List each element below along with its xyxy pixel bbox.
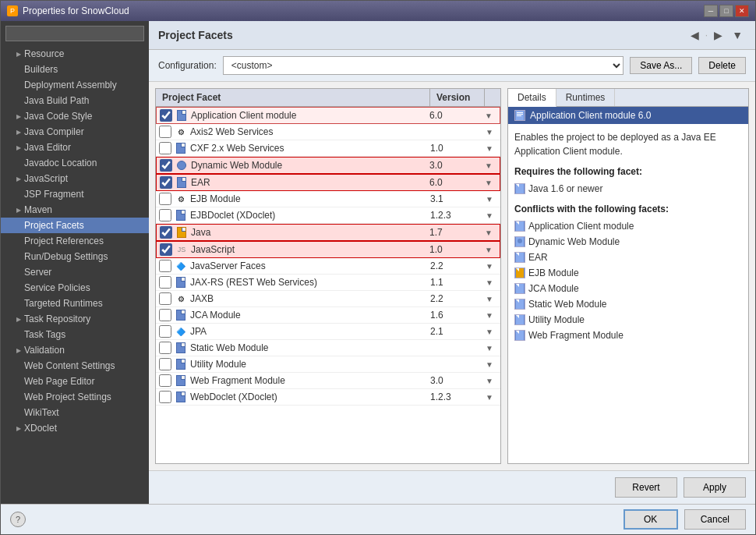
- sidebar-search-input[interactable]: [5, 26, 144, 41]
- sidebar: ▶ Resource Builders Deployment Assembly …: [1, 21, 149, 504]
- facet-row-jsf[interactable]: 🔷 JavaServer Faces 2.2 ▼: [156, 258, 500, 275]
- sidebar-item-server[interactable]: Server: [1, 264, 149, 280]
- facet-checkbox-javascript[interactable]: [160, 243, 172, 256]
- sidebar-item-java-build-path[interactable]: Java Build Path: [1, 93, 149, 108]
- sidebar-item-service-policies[interactable]: Service Policies: [1, 280, 149, 296]
- forward-button[interactable]: ▶: [711, 27, 726, 43]
- sidebar-item-deployment-assembly[interactable]: Deployment Assembly: [1, 77, 149, 93]
- facet-checkbox-dynamic-web[interactable]: [160, 159, 172, 172]
- sidebar-item-web-page-editor[interactable]: Web Page Editor: [1, 374, 149, 389]
- facet-expand-axis2[interactable]: ▼: [482, 128, 497, 136]
- revert-button[interactable]: Revert: [615, 477, 677, 498]
- facet-expand-utility[interactable]: ▼: [482, 360, 497, 369]
- sidebar-item-web-content-settings[interactable]: Web Content Settings: [1, 358, 149, 374]
- facet-expand-static-web[interactable]: ▼: [482, 344, 497, 353]
- sidebar-item-project-references[interactable]: Project References: [1, 233, 149, 249]
- save-as-button[interactable]: Save As...: [630, 57, 692, 74]
- facet-expand-ejbdoclet[interactable]: ▼: [482, 211, 497, 220]
- cancel-button[interactable]: Cancel: [684, 509, 746, 530]
- facet-expand-dynamic-web[interactable]: ▼: [481, 161, 496, 170]
- facet-expand-java[interactable]: ▼: [481, 229, 496, 237]
- facet-row-cxf[interactable]: CXF 2.x Web Services 1.0 ▼: [156, 140, 500, 157]
- facet-checkbox-cxf[interactable]: [159, 142, 171, 154]
- facet-checkbox-jpa[interactable]: [159, 325, 171, 338]
- minimize-button[interactable]: ─: [704, 5, 718, 17]
- sidebar-item-java-compiler[interactable]: ▶ Java Compiler: [1, 124, 149, 140]
- facet-expand-jaxb[interactable]: ▼: [482, 295, 497, 303]
- help-button[interactable]: ?: [10, 512, 26, 527]
- facet-expand-jca[interactable]: ▼: [482, 311, 497, 320]
- facet-row-ejb[interactable]: ⚙ EJB Module 3.1 ▼: [156, 191, 500, 207]
- facet-expand-cxf[interactable]: ▼: [482, 144, 497, 153]
- facet-checkbox-ear[interactable]: [160, 176, 172, 189]
- facet-expand-application-client[interactable]: ▼: [481, 112, 496, 120]
- sidebar-item-java-editor[interactable]: ▶ Java Editor: [1, 140, 149, 155]
- sidebar-item-maven[interactable]: ▶ Maven: [1, 202, 149, 218]
- sidebar-item-run-debug-settings[interactable]: Run/Debug Settings: [1, 249, 149, 264]
- facet-row-axis2[interactable]: ⚙ Axis2 Web Services ▼: [156, 124, 500, 140]
- facet-row-dynamic-web[interactable]: Dynamic Web Module 3.0 ▼: [156, 157, 500, 174]
- facet-row-java[interactable]: Java 1.7 ▼: [156, 224, 500, 241]
- facet-checkbox-static-web[interactable]: [159, 342, 171, 354]
- facet-row-jca[interactable]: JCA Module 1.6 ▼: [156, 307, 500, 324]
- sidebar-item-wikitext[interactable]: WikiText: [1, 405, 149, 420]
- apply-button[interactable]: Apply: [684, 477, 746, 498]
- ok-button[interactable]: OK: [624, 509, 678, 530]
- sidebar-item-java-code-style[interactable]: ▶ Java Code Style: [1, 108, 149, 124]
- facet-row-jaxrs[interactable]: JAX-RS (REST Web Services) 1.1 ▼: [156, 275, 500, 291]
- sidebar-item-javascript[interactable]: ▶ JavaScript: [1, 171, 149, 186]
- facet-expand-webdoclet[interactable]: ▼: [482, 393, 497, 402]
- back-button[interactable]: ◀: [687, 27, 702, 43]
- facet-row-ear[interactable]: EAR 6.0 ▼: [156, 174, 500, 191]
- facet-row-javascript[interactable]: JS JavaScript 1.0 ▼: [156, 241, 500, 258]
- facet-expand-jsf[interactable]: ▼: [482, 262, 497, 271]
- facet-checkbox-ejbdoclet[interactable]: [159, 209, 171, 221]
- facet-row-application-client[interactable]: Application Client module 6.0 ▼: [156, 107, 500, 124]
- tab-runtimes[interactable]: Runtimes: [556, 89, 616, 106]
- facet-checkbox-webdoclet[interactable]: [159, 391, 171, 403]
- facet-expand-ear[interactable]: ▼: [481, 179, 496, 187]
- facet-row-jaxb[interactable]: ⚙ JAXB 2.2 ▼: [156, 291, 500, 307]
- facet-expand-javascript[interactable]: ▼: [481, 246, 496, 254]
- facet-row-utility[interactable]: Utility Module ▼: [156, 356, 500, 373]
- facet-expand-ejb[interactable]: ▼: [482, 195, 497, 204]
- sidebar-item-validation[interactable]: ▶ Validation: [1, 342, 149, 358]
- facet-checkbox-web-fragment[interactable]: [159, 374, 171, 387]
- maximize-button[interactable]: □: [719, 5, 733, 17]
- tab-details[interactable]: Details: [508, 89, 556, 107]
- sidebar-item-builders[interactable]: Builders: [1, 62, 149, 77]
- facet-checkbox-java[interactable]: [160, 226, 172, 239]
- facet-checkbox-ejb[interactable]: [159, 193, 171, 205]
- sidebar-item-targeted-runtimes[interactable]: Targeted Runtimes: [1, 296, 149, 311]
- sidebar-item-resource[interactable]: ▶ Resource: [1, 46, 149, 62]
- facet-row-jpa[interactable]: 🔷 JPA 2.1 ▼: [156, 324, 500, 340]
- facet-row-static-web[interactable]: Static Web Module ▼: [156, 340, 500, 356]
- facet-expand-jaxrs[interactable]: ▼: [482, 278, 497, 287]
- facet-checkbox-jca[interactable]: [159, 309, 171, 321]
- sidebar-item-jsp-fragment[interactable]: JSP Fragment: [1, 186, 149, 202]
- facet-checkbox-jaxb[interactable]: [159, 292, 171, 305]
- facet-row-web-fragment[interactable]: Web Fragment Module 3.0 ▼: [156, 373, 500, 389]
- details-requires-section: Requires the following facet: Java 1.6 o…: [514, 165, 742, 196]
- facet-icon-webdoclet: [175, 391, 187, 403]
- sidebar-item-javadoc-location[interactable]: Javadoc Location: [1, 155, 149, 171]
- config-select[interactable]: <custom>: [223, 56, 624, 75]
- close-button[interactable]: ✕: [735, 5, 749, 17]
- facet-checkbox-jsf[interactable]: [159, 260, 171, 272]
- facet-row-webdoclet[interactable]: WebDoclet (XDoclet) 1.2.3 ▼: [156, 389, 500, 406]
- sidebar-item-xdoclet[interactable]: ▶ XDoclet: [1, 420, 149, 436]
- facet-row-ejbdoclet[interactable]: EJBDoclet (XDoclet) 1.2.3 ▼: [156, 207, 500, 224]
- sidebar-item-web-project-settings[interactable]: Web Project Settings: [1, 389, 149, 405]
- sidebar-item-task-repository[interactable]: ▶ Task Repository: [1, 311, 149, 327]
- facet-checkbox-utility[interactable]: [159, 358, 171, 370]
- sidebar-item-task-tags[interactable]: Task Tags: [1, 327, 149, 342]
- facet-expand-jpa[interactable]: ▼: [482, 328, 497, 336]
- facet-checkbox-application-client[interactable]: [160, 109, 172, 122]
- facet-checkbox-jaxrs[interactable]: [159, 276, 171, 289]
- facet-version-ejb: 3.1: [427, 193, 482, 204]
- sidebar-item-project-facets[interactable]: Project Facets: [1, 218, 149, 233]
- menu-button[interactable]: ▼: [729, 27, 746, 43]
- delete-button[interactable]: Delete: [698, 57, 746, 74]
- facet-checkbox-axis2[interactable]: [159, 126, 171, 138]
- facet-expand-web-fragment[interactable]: ▼: [482, 377, 497, 385]
